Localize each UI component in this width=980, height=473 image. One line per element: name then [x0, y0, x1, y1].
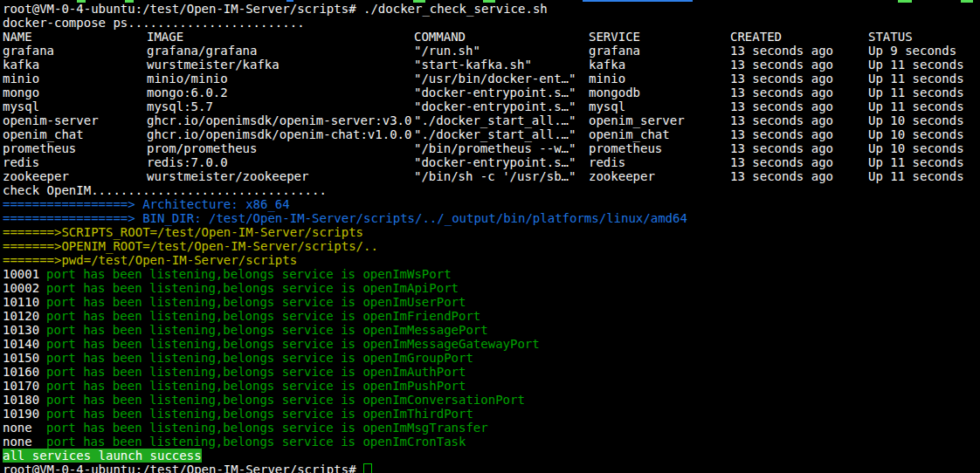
port-status-line: 10190 port has been listening,belongs se…: [3, 407, 32, 421]
terminal-line: =======>pwd=/test/Open-IM-Server/scripts: [3, 253, 297, 267]
shell-prompt: root@VM-0-4-ubuntu:/test/Open-IM-Server/…: [3, 463, 356, 473]
scrollback-fragment: [583, 0, 693, 2]
cell-service: openim_server: [589, 113, 685, 127]
port-status-line: 10120 port has been listening,belongs se…: [3, 309, 32, 323]
cell-name: mysql: [3, 99, 39, 113]
port-message: port has been listening,belongs service …: [46, 407, 473, 421]
cell-status: Up 11 seconds: [868, 86, 964, 99]
cell-created: 13 seconds ago: [730, 141, 833, 155]
port-number: 10160: [3, 365, 39, 379]
port-message: port has been listening,belongs service …: [46, 295, 466, 309]
check-openim-line: check OpenIM............................…: [3, 183, 327, 197]
cell-created: 13 seconds ago: [730, 99, 833, 113]
cell-command: "./docker_start_all.…": [414, 113, 576, 127]
spacer: [356, 2, 363, 16]
port-number: 10170: [3, 379, 39, 393]
cell-service: mysql: [589, 99, 625, 113]
cell-service: prometheus: [589, 141, 662, 155]
cell-service: minio: [589, 72, 625, 86]
terminal-line: root@VM-0-4-ubuntu:/test/Open-IM-Server/…: [3, 463, 372, 473]
table-row: kafka wurstmeister/kafka "start-kafka.sh…: [3, 58, 32, 72]
terminal-screen[interactable]: root@VM-0-4-ubuntu:/test/Open-IM-Server/…: [0, 0, 980, 473]
table-row: zookeeper wurstmeister/zookeeper "/bin/s…: [3, 169, 32, 183]
port-number: none: [3, 435, 32, 449]
executed-command: ./docker_check_service.sh: [363, 2, 548, 16]
table-row: mysql mysql:5.7 "docker-entrypoint.s…" m…: [3, 99, 32, 113]
cell-command: "/usr/bin/docker-ent…": [414, 72, 576, 86]
port-number: 10001: [3, 267, 39, 281]
terminal-line: =================> Architecture: x86_64: [3, 197, 290, 211]
port-message: port has been listening,belongs service …: [46, 337, 540, 351]
port-message-text: port has been listening,belongs service …: [46, 337, 362, 351]
port-number: 10002: [3, 281, 39, 295]
cell-command: "./docker_start_all.…": [414, 127, 576, 141]
terminal-cursor[interactable]: [363, 463, 372, 473]
cell-image: grafana/grafana: [147, 44, 257, 58]
port-message-text: port has been listening,belongs service …: [46, 407, 362, 421]
openim-root-line: =======>OPENIM_ROOT=/test/Open-IM-Server…: [3, 239, 378, 253]
port-status-line: 10160 port has been listening,belongs se…: [3, 365, 32, 379]
cell-command: "docker-entrypoint.s…": [414, 155, 576, 169]
port-number: 10190: [3, 407, 39, 421]
cell-name: openim-server: [3, 113, 99, 127]
bindir-line: =================> BIN_DIR: /test/Open-I…: [3, 211, 687, 225]
cell-name: openim_chat: [3, 127, 84, 141]
cell-command: "/run.sh": [414, 44, 480, 58]
port-number: 10180: [3, 393, 39, 407]
port-number: 10120: [3, 309, 39, 323]
table-row: mongo mongo:6.0.2 "docker-entrypoint.s…"…: [3, 86, 32, 99]
cell-name: prometheus: [3, 141, 76, 155]
cell-status: Up 10 seconds: [868, 113, 964, 127]
port-message: port has been listening,belongs service …: [46, 421, 488, 435]
port-message-text: port has been listening,belongs service …: [46, 309, 362, 323]
port-message-text: port has been listening,belongs service …: [46, 365, 362, 379]
success-banner: all services launch success: [3, 449, 202, 463]
cell-created: 13 seconds ago: [730, 44, 833, 58]
port-service-name: openImUserPort: [362, 295, 466, 309]
table-row: minio minio/minio "/usr/bin/docker-ent…"…: [3, 72, 32, 86]
terminal-line: docker-compose ps.......................…: [3, 16, 305, 30]
port-number: none: [3, 421, 32, 435]
cell-service: zookeeper: [589, 169, 655, 183]
col-header-status: STATUS: [868, 30, 913, 44]
terminal-line: =======>OPENIM_ROOT=/test/Open-IM-Server…: [3, 239, 378, 253]
port-service-name: openImMessageGatewayPort: [362, 337, 539, 351]
port-service-name: openImWsPort: [362, 267, 451, 281]
cell-image: mongo:6.0.2: [147, 86, 228, 99]
cell-status: Up 11 seconds: [868, 58, 964, 72]
scripts-root-line: =======>SCRIPTS_ROOT=/test/Open-IM-Serve…: [3, 225, 363, 239]
port-status-line: 10130 port has been listening,belongs se…: [3, 323, 32, 337]
port-message: port has been listening,belongs service …: [46, 267, 452, 281]
port-message: port has been listening,belongs service …: [46, 309, 480, 323]
port-status-line: 10140 port has been listening,belongs se…: [3, 337, 32, 351]
cell-created: 13 seconds ago: [730, 169, 833, 183]
table-row: grafana grafana/grafana "/run.sh" grafan…: [3, 44, 32, 58]
terminal-line: =======>SCRIPTS_ROOT=/test/Open-IM-Serve…: [3, 225, 363, 239]
port-service-name: openImMessagePort: [362, 323, 487, 337]
port-service-name: openImConversationPort: [362, 393, 524, 407]
cell-created: 13 seconds ago: [730, 58, 833, 72]
table-row: prometheus prom/prometheus "/bin/prometh…: [3, 141, 32, 155]
cell-image: ghcr.io/openimsdk/openim-chat:v1.0.0: [147, 127, 411, 141]
cell-service: mongodb: [589, 86, 640, 99]
port-message-text: port has been listening,belongs service …: [46, 379, 362, 393]
port-message: port has been listening,belongs service …: [46, 393, 525, 407]
port-message-text: port has been listening,belongs service …: [46, 267, 362, 281]
col-header-created: CREATED: [730, 30, 782, 44]
cell-name: grafana: [3, 44, 54, 58]
cell-service: grafana: [589, 44, 640, 58]
port-message: port has been listening,belongs service …: [46, 365, 466, 379]
port-message-text: port has been listening,belongs service …: [46, 393, 362, 407]
cell-command: "/bin/sh -c '/usr/sb…": [414, 169, 576, 183]
cell-command: "/bin/prometheus --w…": [414, 141, 576, 155]
cell-image: mysql:5.7: [147, 99, 213, 113]
port-status-line: 10001 port has been listening,belongs se…: [3, 267, 32, 281]
scrollback-fragment: [898, 0, 912, 3]
port-status-line: 10110 port has been listening,belongs se…: [3, 295, 32, 309]
cell-service: openim_chat: [589, 127, 670, 141]
port-message-text: port has been listening,belongs service …: [46, 435, 362, 449]
cell-image: redis:7.0.0: [147, 155, 228, 169]
cell-image: minio/minio: [147, 72, 228, 86]
cell-status: Up 11 seconds: [868, 169, 964, 183]
table-row: openim-server ghcr.io/openimsdk/openim-s…: [3, 113, 32, 127]
